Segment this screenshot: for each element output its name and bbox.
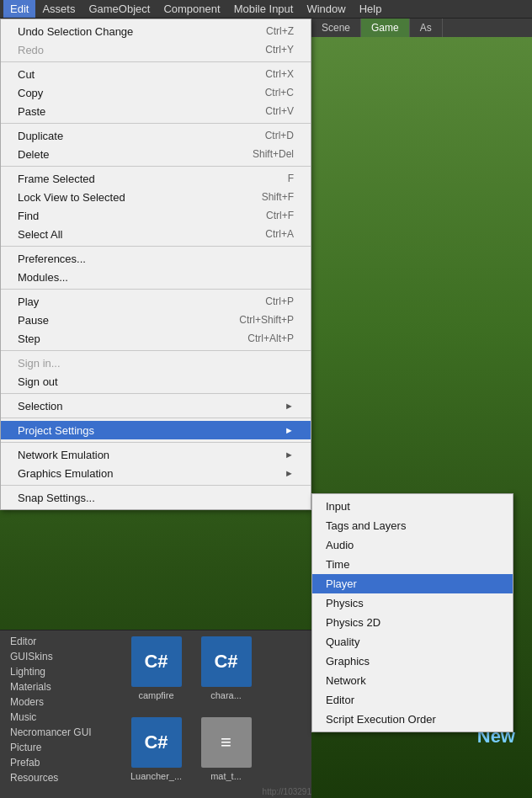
menu-section-prefs: Preferences... Modules... (1, 247, 311, 290)
menu-paste[interactable]: Paste Ctrl+V (1, 102, 311, 120)
menu-component[interactable]: Component (157, 0, 226, 18)
menu-edit[interactable]: Edit (3, 0, 35, 18)
watermark: http://103291 (263, 787, 311, 796)
menu-section-signin: Sign in... Sign out (1, 351, 311, 394)
menu-section-emulation: Network Emulation ► Graphics Emulation ► (1, 443, 311, 486)
menu-frame-selected[interactable]: Frame Selected F (1, 169, 311, 188)
menu-select-all[interactable]: Select All Ctrl+A (1, 225, 311, 243)
submenu-player[interactable]: Player (312, 574, 513, 593)
menu-mobileinput[interactable]: Mobile Input (227, 0, 301, 18)
menu-redo[interactable]: Redo Ctrl+Y (1, 40, 311, 59)
submenu-network[interactable]: Network (312, 671, 513, 690)
tab-scene[interactable]: Scene (311, 19, 361, 37)
submenu-quality[interactable]: Quality (312, 632, 513, 652)
menu-section-selection: Selection ► (1, 394, 311, 418)
submenu-time[interactable]: Time (312, 555, 513, 574)
menu-signin[interactable]: Sign in... (1, 354, 311, 372)
menu-modules[interactable]: Modules... (1, 268, 311, 286)
file-campfire[interactable]: C# campfire (125, 636, 188, 710)
menu-preferences[interactable]: Preferences... (1, 249, 311, 268)
menu-section-play: Play Ctrl+P Pause Ctrl+Shift+P Step Ctrl… (1, 290, 311, 351)
menu-snap-settings[interactable]: Snap Settings... (1, 488, 311, 507)
menu-window[interactable]: Window (300, 0, 352, 18)
menu-section-dupdelete: Duplicate Ctrl+D Delete Shift+Del (1, 124, 311, 167)
menu-gameobject[interactable]: GameObject (82, 0, 157, 18)
submenu-editor[interactable]: Editor (312, 690, 513, 710)
file-mat[interactable]: ≡ mat_t... (194, 717, 258, 791)
csharp-icon: C# (131, 717, 182, 768)
tab-as[interactable]: As (410, 19, 443, 37)
menu-help[interactable]: Help (353, 0, 389, 18)
menu-graphics-emulation[interactable]: Graphics Emulation ► (1, 464, 311, 482)
menu-pause[interactable]: Pause Ctrl+Shift+P (1, 311, 311, 329)
menu-cut[interactable]: Cut Ctrl+X (1, 65, 311, 83)
menu-section-projectsettings: Project Settings ► (1, 418, 311, 443)
menu-section-frame: Frame Selected F Lock View to Selected S… (1, 167, 311, 247)
menu-project-settings[interactable]: Project Settings ► (1, 421, 311, 439)
text-icon: ≡ (201, 717, 252, 768)
project-settings-submenu: Input Tags and Layers Audio Time Player … (311, 493, 513, 732)
file-browser: Editor GUISkins Lighting Materials Moder… (0, 630, 311, 798)
menu-network-emulation[interactable]: Network Emulation ► (1, 445, 311, 464)
menu-bar: Edit Assets GameObject Component Mobile … (0, 0, 532, 19)
menu-signout[interactable]: Sign out (1, 372, 311, 391)
menu-lock-view[interactable]: Lock View to Selected Shift+F (1, 188, 311, 206)
menu-undo[interactable]: Undo Selection Change Ctrl+Z (1, 22, 311, 40)
menu-duplicate[interactable]: Duplicate Ctrl+D (1, 126, 311, 145)
submenu-input[interactable]: Input (312, 497, 513, 516)
submenu-graphics[interactable]: Graphics (312, 652, 513, 671)
menu-section-undoredo: Undo Selection Change Ctrl+Z Redo Ctrl+Y (1, 19, 311, 62)
file-grid: C# campfire C# chara... C# Luancher_... … (118, 630, 311, 798)
menu-assets[interactable]: Assets (35, 0, 82, 18)
file-luancher[interactable]: C# Luancher_... (125, 717, 188, 791)
file-chara[interactable]: C# chara... (194, 636, 258, 710)
menu-copy[interactable]: Copy Ctrl+C (1, 83, 311, 102)
submenu-physics[interactable]: Physics (312, 593, 513, 613)
menu-section-snap: Snap Settings... (1, 486, 311, 509)
menu-selection[interactable]: Selection ► (1, 396, 311, 415)
submenu-audio[interactable]: Audio (312, 535, 513, 555)
tab-bar: Scene Game As (311, 19, 532, 37)
tab-game[interactable]: Game (361, 19, 410, 37)
submenu-physics2d[interactable]: Physics 2D (312, 613, 513, 632)
menu-section-clipboard: Cut Ctrl+X Copy Ctrl+C Paste Ctrl+V (1, 62, 311, 124)
menu-delete[interactable]: Delete Shift+Del (1, 145, 311, 163)
edit-dropdown: Undo Selection Change Ctrl+Z Redo Ctrl+Y… (0, 19, 311, 510)
menu-find[interactable]: Find Ctrl+F (1, 206, 311, 225)
csharp-icon: C# (201, 636, 252, 687)
menu-step[interactable]: Step Ctrl+Alt+P (1, 329, 311, 348)
menu-play[interactable]: Play Ctrl+P (1, 292, 311, 311)
csharp-icon: C# (131, 636, 182, 687)
submenu-tags-and-layers[interactable]: Tags and Layers (312, 516, 513, 535)
submenu-script-execution-order[interactable]: Script Execution Order (312, 710, 513, 729)
